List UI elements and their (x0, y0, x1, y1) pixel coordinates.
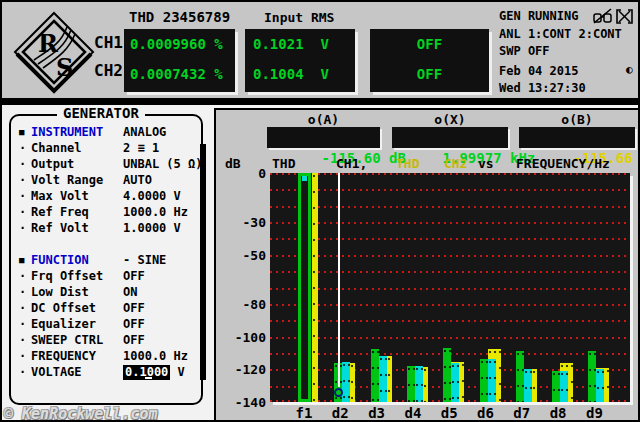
cursor-marker[interactable] (334, 388, 343, 397)
bar-cyan-d6 (488, 359, 496, 402)
chart-title-part: CH2 (444, 157, 467, 170)
thd-header: THD 23456789 (129, 10, 230, 24)
generator-row-value[interactable]: ANALOG (123, 125, 166, 140)
row-marker: · (19, 301, 29, 316)
generator-row-output[interactable]: ·OutputUNBAL (5 Ω) (17, 157, 203, 173)
fundamental-bar-ch2 (312, 173, 318, 402)
row-marker: · (19, 333, 29, 348)
bar-yellow-d4 (423, 367, 428, 402)
generator-row-instrument[interactable]: ■INSTRUMENTANALOG (17, 125, 203, 141)
x-tick-label-d7: d7 (505, 406, 539, 420)
generator-row-label: Ref Freq (31, 205, 89, 220)
generator-row-value[interactable]: UNBAL (5 Ω) (123, 157, 202, 172)
generator-row-label: VOLTAGE (31, 365, 82, 380)
row-marker: · (19, 365, 29, 380)
generator-row-value[interactable]: - SINE (123, 253, 166, 268)
x-tick-label-d3: d3 (360, 406, 394, 420)
monitor-disabled-icon (615, 8, 634, 25)
generator-row-frequency[interactable]: ·FREQUENCY1000.0 Hz (17, 349, 203, 365)
bar-green-d4 (407, 366, 415, 402)
generator-row-value[interactable]: OFF (123, 333, 145, 348)
logo-letter-s: S (56, 53, 73, 82)
generator-row-channel[interactable]: ·Channel2 ≡ 1 (17, 141, 203, 157)
generator-row-max-volt[interactable]: ·Max Volt4.0000 V (17, 189, 203, 205)
generator-row-label: Frq Offset (31, 269, 103, 284)
generator-row-volt-range[interactable]: ·Volt RangeAUTO (17, 173, 203, 189)
bar-cyan-d7 (524, 369, 532, 402)
swp-status: SWP OFF (499, 45, 550, 58)
section-divider (2, 98, 640, 105)
bar-yellow-d7 (532, 369, 537, 402)
gridline (270, 189, 630, 191)
row-marker: · (19, 221, 29, 236)
aux-ch1-value: OFF (370, 37, 489, 51)
x-tick-label-d2: d2 (323, 406, 357, 420)
generator-row-ref-volt[interactable]: ·Ref Volt1.0000 V (17, 221, 203, 237)
gridline (270, 337, 630, 339)
chart-title-part: THD (396, 157, 419, 170)
generator-row-equalizer[interactable]: ·EqualizerOFF (17, 317, 203, 333)
generator-row-function[interactable]: ■FUNCTION- SINE (17, 253, 203, 269)
y-tick-label: -30 (216, 216, 266, 229)
row-marker: · (19, 189, 29, 204)
generator-row-dc-offset[interactable]: ·DC OffsetOFF (17, 301, 203, 317)
generator-row-value[interactable]: OFF (123, 317, 145, 332)
gridline (270, 255, 630, 257)
generator-row-ref-freq[interactable]: ·Ref Freq1000.0 Hz (17, 205, 203, 221)
x-tick-label-f1: f1 (287, 406, 321, 420)
rms-ch1-value: 0.1021 V (253, 37, 329, 51)
y-tick-label: 0 (216, 167, 266, 180)
generator-row-value[interactable]: OFF (123, 269, 145, 284)
bar-cyan-d4 (415, 366, 423, 402)
generator-row-value[interactable]: 4.0000 V (123, 189, 181, 204)
row-marker: · (19, 173, 29, 188)
generator-row-value[interactable]: 1000.0 Hz (123, 349, 188, 364)
cursor-line[interactable] (338, 173, 340, 387)
gridline (270, 288, 630, 290)
bar-green-d8 (552, 371, 560, 402)
generator-scrollbar[interactable] (200, 144, 206, 380)
bar-green-d9 (588, 351, 596, 402)
generator-row-label: Equalizer (31, 317, 96, 332)
row-marker: · (19, 317, 29, 332)
cursor-b-readout: -115.66 dB (519, 127, 635, 148)
fundamental-bar-ch1 (298, 173, 311, 402)
bar-cyan-d8 (560, 371, 568, 402)
bar-cyan-d3 (379, 356, 387, 402)
generator-row-frq-offset[interactable]: ·Frq OffsetOFF (17, 269, 203, 285)
fundamental-bar-cap (302, 176, 307, 181)
generator-row-value[interactable]: AUTO (123, 173, 152, 188)
generator-row-label: FUNCTION (31, 253, 89, 268)
generator-row-sweep-ctrl[interactable]: ·SWEEP CTRLOFF (17, 333, 203, 349)
bar-cyan-d5 (451, 363, 459, 402)
bar-yellow-d2 (350, 363, 355, 402)
thd-readout-box: 0.0009960 % 0.0007432 % (124, 29, 235, 92)
row-marker: · (19, 349, 29, 364)
generator-row-voltage[interactable]: ·VOLTAGE0.1000 V (17, 365, 203, 381)
cursor-x-label: o(X) (392, 113, 508, 126)
generator-row-value[interactable]: 2 ≡ 1 (123, 141, 159, 156)
generator-row-label: FREQUENCY (31, 349, 96, 364)
generator-row-label: SWEEP CTRL (31, 333, 103, 348)
generator-row-value[interactable]: OFF (123, 301, 145, 316)
edit-field-value[interactable]: 0.1000 (123, 365, 170, 380)
input-rms-header: Input RMS (264, 11, 334, 24)
chart-title: THDCH1,THDCH2vsFREQUENCY/Hz (216, 157, 636, 171)
chart-title-part: FREQUENCY/Hz (516, 157, 610, 170)
bar-yellow-d3 (387, 356, 392, 402)
generator-row-value[interactable]: ON (123, 285, 137, 300)
generator-row-low-dist[interactable]: ·Low DistON (17, 285, 203, 301)
thd-ch2-value: 0.0007432 % (130, 67, 223, 81)
bar-green-d7 (516, 351, 524, 402)
ch1-label: CH1 (94, 36, 123, 50)
gen-status: GEN RUNNING (499, 10, 578, 23)
generator-row-value[interactable]: 1.0000 V (123, 221, 181, 236)
gridline (270, 173, 630, 175)
generator-panel-title: GENERATOR (57, 106, 145, 120)
y-tick-label: -120 (216, 363, 266, 376)
generator-row-value[interactable]: 1000.0 Hz (123, 205, 188, 220)
x-tick-label-d4: d4 (396, 406, 430, 420)
generator-row-label: Max Volt (31, 189, 89, 204)
generator-row-label: Volt Range (31, 173, 103, 188)
generator-row-value[interactable]: 0.1000 V (123, 365, 185, 380)
